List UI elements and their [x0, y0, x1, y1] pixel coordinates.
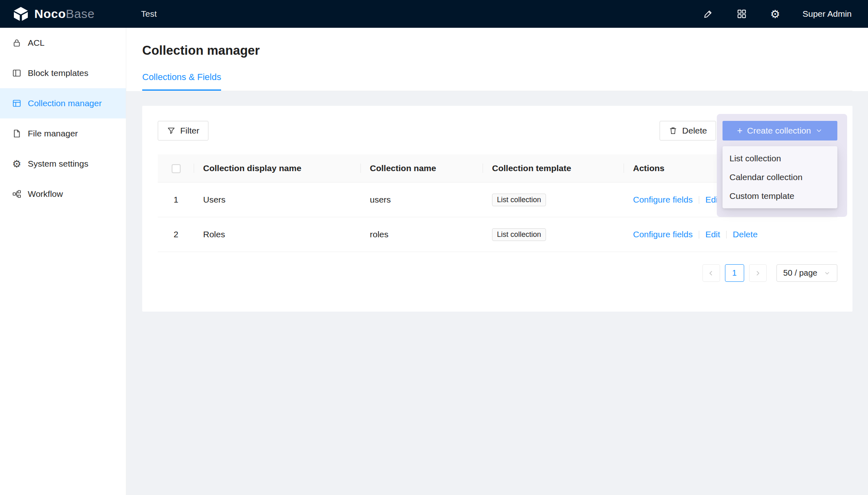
template-tag: List collection	[492, 228, 546, 241]
create-collection-menu: List collection Calendar collection Cust…	[723, 146, 837, 208]
brand-text: NocoBase	[34, 7, 94, 21]
header-select-cell	[158, 163, 194, 173]
menu-item-list-collection[interactable]: List collection	[723, 149, 837, 168]
chevron-down-icon	[815, 127, 823, 134]
row-index: 2	[158, 230, 194, 239]
table-row: 2 Roles roles List collection Configure …	[158, 217, 837, 252]
settings-gear-icon[interactable]: ⚙	[769, 8, 781, 20]
topbar: NocoBase Test ⚙ Super Admin	[0, 0, 868, 28]
current-user[interactable]: Super Admin	[803, 9, 852, 19]
edit-link[interactable]: Edit	[705, 230, 720, 239]
configure-fields-link[interactable]: Configure fields	[633, 230, 693, 239]
tabs: Collections & Fields	[142, 72, 852, 91]
card-toolbar: Filter Delete	[158, 121, 837, 140]
menu-item-calendar-collection[interactable]: Calendar collection	[723, 168, 837, 187]
create-collection-wrap: + Create collection List collection	[723, 121, 837, 140]
configure-fields-link[interactable]: Configure fields	[633, 195, 693, 205]
workflow-icon	[11, 189, 22, 199]
trash-icon	[669, 126, 678, 135]
action-divider	[726, 231, 727, 239]
brand-part1: Noco	[34, 7, 66, 20]
header-collection-template: Collection template	[483, 163, 624, 173]
sidebar-item-label: Collection manager	[28, 98, 102, 108]
chevron-left-icon	[707, 270, 715, 277]
sidebar-item-file-manager[interactable]: File manager	[0, 118, 126, 149]
tab-collections-and-fields[interactable]: Collections & Fields	[142, 72, 221, 91]
header-collection-name: Collection name	[361, 163, 483, 173]
pagination: 1 50 / page	[158, 264, 837, 282]
sidebar-item-block-templates[interactable]: Block templates	[0, 58, 126, 88]
header-display-name: Collection display name	[194, 163, 361, 173]
toolbar-right: Delete + Create collection	[660, 121, 837, 140]
page-size-select[interactable]: 50 / page	[776, 264, 837, 282]
cell-display-name: Users	[194, 195, 361, 205]
topbar-right: ⚙ Super Admin	[702, 8, 868, 20]
nocobase-logo-icon	[12, 5, 29, 22]
delete-button[interactable]: Delete	[660, 121, 716, 140]
chevron-right-icon	[754, 270, 761, 277]
lock-icon	[11, 38, 22, 48]
plus-icon: +	[737, 126, 743, 136]
plugins-apps-icon[interactable]	[736, 8, 748, 20]
select-all-checkbox[interactable]	[172, 164, 181, 173]
cell-collection-name: roles	[361, 230, 483, 239]
cell-collection-name: users	[361, 195, 483, 205]
chevron-down-icon	[824, 270, 830, 276]
sidebar-item-label: Block templates	[28, 68, 88, 78]
topnav-item-test[interactable]: Test	[141, 9, 157, 19]
brand-part2: Base	[66, 7, 94, 20]
page-header: Collection manager Collections & Fields	[126, 28, 868, 91]
filter-button-label: Filter	[180, 126, 199, 136]
main-area: Collection manager Collections & Fields …	[126, 28, 868, 495]
app-body: ACL Block templates Collection manager	[0, 28, 868, 495]
menu-item-custom-template[interactable]: Custom template	[723, 187, 837, 205]
sidebar-item-collection-manager[interactable]: Collection manager	[0, 88, 126, 118]
page-title: Collection manager	[142, 42, 852, 59]
cell-collection-template: List collection	[483, 228, 624, 241]
gear-icon: ⚙	[11, 158, 22, 169]
sidebar-item-workflow[interactable]: Workflow	[0, 179, 126, 209]
layout-icon	[11, 68, 22, 78]
cell-actions: Configure fields Edit Delete	[624, 230, 837, 239]
page-size-value: 50 / page	[783, 268, 817, 278]
sidebar-item-acl[interactable]: ACL	[0, 28, 126, 58]
filter-icon	[167, 126, 176, 135]
table-icon	[11, 98, 22, 109]
sidebar-item-label: Workflow	[28, 189, 63, 199]
delete-link[interactable]: Delete	[733, 230, 758, 239]
file-icon	[11, 128, 22, 139]
page-number-button[interactable]: 1	[725, 264, 744, 282]
action-divider	[699, 196, 699, 204]
brand[interactable]: NocoBase	[0, 5, 126, 22]
cell-display-name: Roles	[194, 230, 361, 239]
create-collection-button[interactable]: + Create collection	[723, 121, 837, 140]
sidebar: ACL Block templates Collection manager	[0, 28, 126, 495]
sidebar-item-label: System settings	[28, 159, 88, 169]
content: Filter Delete	[126, 91, 868, 312]
template-tag: List collection	[492, 194, 546, 206]
cell-collection-template: List collection	[483, 194, 624, 206]
sidebar-item-system-settings[interactable]: ⚙ System settings	[0, 149, 126, 179]
row-index: 1	[158, 195, 194, 205]
sidebar-item-label: File manager	[28, 129, 78, 138]
filter-button[interactable]: Filter	[158, 121, 208, 140]
action-divider	[699, 231, 699, 239]
delete-button-label: Delete	[682, 126, 707, 136]
sidebar-item-label: ACL	[28, 38, 45, 48]
ui-editor-highlighter-icon[interactable]	[702, 8, 714, 20]
collections-card: Filter Delete	[142, 106, 852, 312]
next-page-button[interactable]	[749, 264, 767, 282]
prev-page-button[interactable]	[702, 264, 720, 282]
create-collection-label: Create collection	[747, 126, 811, 136]
